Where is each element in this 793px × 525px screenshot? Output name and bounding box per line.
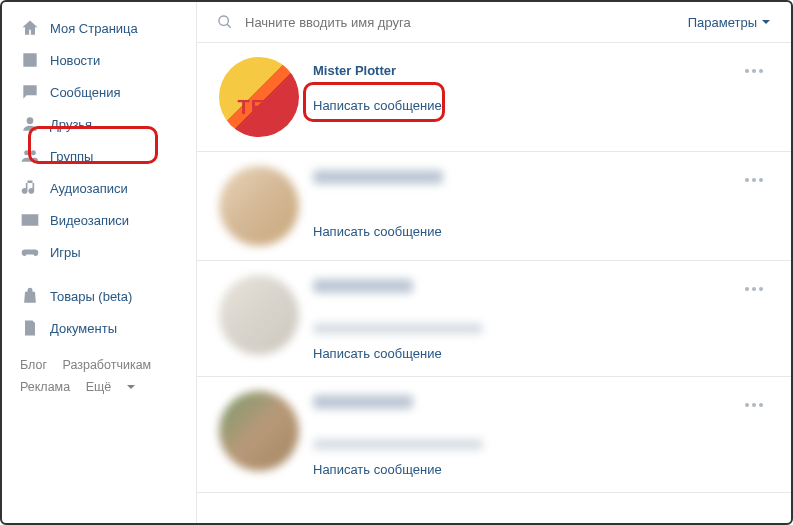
friend-row: Mister Plotter Написать сообщение — [197, 43, 791, 152]
nav-label: Новости — [50, 53, 100, 68]
write-message-link[interactable]: Написать сообщение — [313, 224, 442, 239]
footer-more[interactable]: Ещё — [86, 376, 137, 398]
friend-name-link[interactable] — [313, 170, 443, 184]
more-icon[interactable] — [739, 281, 769, 297]
home-icon — [20, 18, 40, 38]
avatar[interactable] — [219, 57, 299, 137]
main-content: Параметры Mister Plotter Написать сообще… — [197, 2, 791, 523]
write-message-link[interactable]: Написать сообщение — [313, 98, 442, 113]
nav-label: Сообщения — [50, 85, 121, 100]
write-message-link[interactable]: Написать сообщение — [313, 346, 442, 361]
footer-ads[interactable]: Реклама — [20, 380, 70, 394]
params-button[interactable]: Параметры — [688, 15, 771, 30]
games-icon — [20, 242, 40, 262]
friends-list: Mister Plotter Написать сообщение Написа… — [197, 43, 791, 523]
footer-dev[interactable]: Разработчикам — [63, 358, 152, 372]
nav-label: Друзья — [50, 117, 92, 132]
friends-icon — [20, 114, 40, 134]
nav-friends[interactable]: Друзья — [2, 108, 196, 140]
nav-label: Игры — [50, 245, 81, 260]
nav-label: Товары (beta) — [50, 289, 132, 304]
svg-point-1 — [24, 150, 29, 155]
nav-docs[interactable]: Документы — [2, 312, 196, 344]
nav-audio[interactable]: Аудиозаписи — [2, 172, 196, 204]
write-message-link[interactable]: Написать сообщение — [313, 462, 442, 477]
search-bar: Параметры — [197, 2, 791, 43]
friend-name-link[interactable]: Mister Plotter — [313, 63, 396, 78]
news-icon — [20, 50, 40, 70]
nav-games[interactable]: Игры — [2, 236, 196, 268]
nav-label: Моя Страница — [50, 21, 138, 36]
more-icon[interactable] — [739, 397, 769, 413]
friend-row: Написать сообщение — [197, 152, 791, 261]
svg-point-0 — [27, 117, 34, 124]
search-input[interactable] — [245, 15, 688, 30]
nav-groups[interactable]: Группы — [2, 140, 196, 172]
friend-name-link[interactable] — [313, 395, 413, 409]
nav-label: Видеозаписи — [50, 213, 129, 228]
avatar[interactable] — [219, 275, 299, 355]
friend-row: Написать сообщение — [197, 261, 791, 377]
svg-point-2 — [31, 150, 36, 155]
avatar[interactable] — [219, 166, 299, 246]
avatar[interactable] — [219, 391, 299, 471]
chevron-down-icon — [126, 382, 136, 392]
more-icon[interactable] — [739, 63, 769, 79]
nav-video[interactable]: Видеозаписи — [2, 204, 196, 236]
nav-my-page[interactable]: Моя Страница — [2, 12, 196, 44]
nav-label: Аудиозаписи — [50, 181, 128, 196]
footer-links: Блог Разработчикам Реклама Ещё — [2, 344, 196, 408]
nav-market[interactable]: Товары (beta) — [2, 280, 196, 312]
nav-messages[interactable]: Сообщения — [2, 76, 196, 108]
video-icon — [20, 210, 40, 230]
search-icon — [217, 14, 233, 30]
friend-row: Написать сообщение — [197, 377, 791, 493]
friend-name-link[interactable] — [313, 279, 413, 293]
footer-blog[interactable]: Блог — [20, 358, 47, 372]
groups-icon — [20, 146, 40, 166]
music-icon — [20, 178, 40, 198]
nav-label: Группы — [50, 149, 93, 164]
nav-news[interactable]: Новости — [2, 44, 196, 76]
friend-subtitle — [313, 323, 483, 334]
chevron-down-icon — [761, 17, 771, 27]
message-icon — [20, 82, 40, 102]
friend-subtitle — [313, 439, 483, 450]
bag-icon — [20, 286, 40, 306]
sidebar: Моя Страница Новости Сообщения Друзья Гр… — [2, 2, 197, 523]
doc-icon — [20, 318, 40, 338]
more-icon[interactable] — [739, 172, 769, 188]
nav-label: Документы — [50, 321, 117, 336]
